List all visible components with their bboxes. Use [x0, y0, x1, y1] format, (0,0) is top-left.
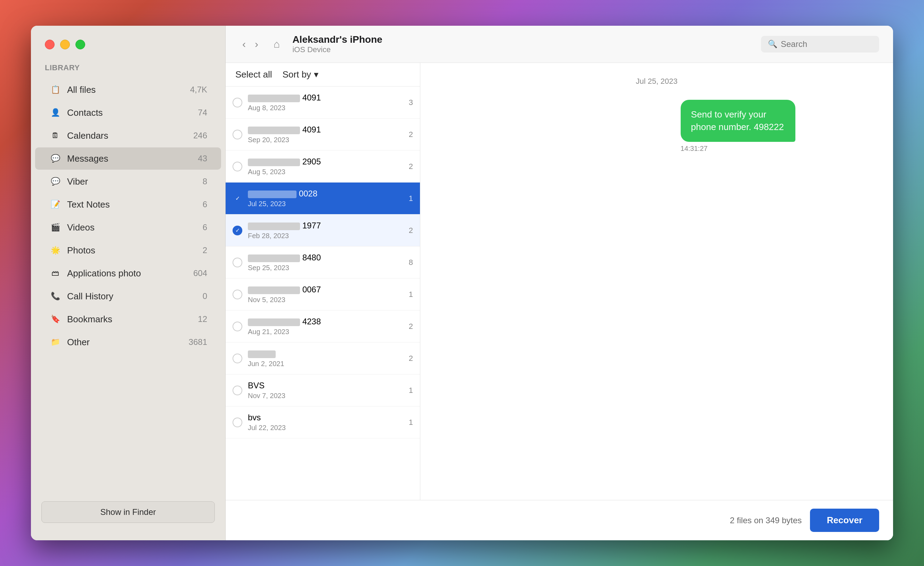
- sidebar-item-calendars[interactable]: 🗓 Calendars 246: [35, 125, 221, 147]
- sidebar-item-text-notes[interactable]: 📝 Text Notes 6: [35, 193, 221, 216]
- device-type: iOS Device: [292, 45, 754, 54]
- calendars-icon: 🗓: [49, 129, 62, 142]
- message-name-msg10: BVS: [248, 381, 403, 390]
- sort-by-button[interactable]: Sort by ▾: [283, 69, 318, 80]
- sidebar-item-count-other: 3681: [189, 337, 207, 347]
- list-item[interactable]: 4238 Aug 21, 2023 2: [226, 311, 420, 342]
- message-item-info-msg9: Jun 2, 2021: [248, 349, 403, 368]
- close-button[interactable]: [45, 40, 55, 50]
- list-toolbar: Select all Sort by ▾: [226, 63, 420, 87]
- list-item[interactable]: 2905 Aug 5, 2023 2: [226, 150, 420, 183]
- message-count-msg9: 2: [409, 354, 413, 363]
- list-item[interactable]: Jun 2, 2021 2: [226, 342, 420, 374]
- list-item[interactable]: 8480 Sep 25, 2023 8: [226, 246, 420, 278]
- message-name-msg8: 4238: [248, 317, 403, 326]
- select-all-button[interactable]: Select all: [236, 69, 272, 80]
- sidebar-item-call-history[interactable]: 📞 Call History 0: [35, 285, 221, 307]
- viber-icon: 💬: [49, 175, 62, 188]
- list-item[interactable]: ✓ 1977 Feb 28, 2023 2: [226, 215, 420, 246]
- checkbox-msg7[interactable]: [232, 290, 242, 299]
- search-icon: 🔍: [768, 40, 777, 49]
- message-item-info-msg10: BVS Nov 7, 2023: [248, 381, 403, 400]
- list-item[interactable]: 4091 Sep 20, 2023 2: [226, 119, 420, 150]
- checkbox-msg3[interactable]: [232, 162, 242, 171]
- sidebar-item-name-videos: Videos: [67, 222, 197, 233]
- sidebar-item-name-text-notes: Text Notes: [67, 199, 197, 210]
- sidebar-item-viber[interactable]: 💬 Viber 8: [35, 170, 221, 193]
- minimize-button[interactable]: [60, 40, 70, 50]
- sidebar-item-count-contacts: 74: [198, 108, 207, 117]
- message-count-msg7: 1: [409, 290, 413, 299]
- bubble-row: Send to verify your phone number. 498222…: [441, 100, 872, 153]
- list-item[interactable]: 4091 Aug 8, 2023 3: [226, 87, 420, 119]
- recover-button[interactable]: Recover: [810, 509, 879, 532]
- checkbox-msg4[interactable]: ✓: [232, 194, 242, 203]
- sidebar-item-name-call-history: Call History: [67, 291, 197, 302]
- other-icon: 📁: [49, 336, 62, 348]
- list-item[interactable]: ✓ 0028 Jul 25, 2023 1: [226, 183, 420, 215]
- sidebar-item-all-files[interactable]: 📋 All files 4,7K: [35, 78, 221, 101]
- message-count-msg4: 1: [409, 194, 413, 203]
- sidebar-item-count-bookmarks: 12: [198, 314, 207, 324]
- sidebar-item-count-viber: 8: [202, 177, 207, 186]
- sidebar-item-photos[interactable]: 🌟 Photos 2: [35, 239, 221, 261]
- sidebar-item-other[interactable]: 📁 Other 3681: [35, 331, 221, 353]
- message-name-msg7: 0067: [248, 285, 403, 294]
- message-item-info-msg1: 4091 Aug 8, 2023: [248, 93, 403, 112]
- all-files-icon: 📋: [49, 83, 62, 96]
- sidebar-item-count-messages: 43: [198, 154, 207, 164]
- sidebar-item-messages[interactable]: 💬 Messages 43: [35, 147, 221, 170]
- checkbox-msg8[interactable]: [232, 321, 242, 331]
- message-name-msg1: 4091: [248, 93, 403, 102]
- sidebar-item-applications-photo[interactable]: 🗃 Applications photo 604: [35, 262, 221, 284]
- chevron-down-icon: ▾: [314, 69, 318, 80]
- call-history-icon: 📞: [49, 290, 62, 302]
- applications-photo-icon: 🗃: [49, 267, 62, 279]
- checkbox-msg1[interactable]: [232, 98, 242, 107]
- message-item-info-msg8: 4238 Aug 21, 2023: [248, 317, 403, 336]
- bubble-time: 14:31:27: [681, 145, 872, 153]
- sidebar-item-count-text-notes: 6: [202, 200, 207, 209]
- maximize-button[interactable]: [75, 40, 85, 50]
- sidebar-item-name-contacts: Contacts: [67, 107, 192, 118]
- sidebar-item-name-viber: Viber: [67, 176, 197, 187]
- sidebar-item-videos[interactable]: 🎬 Videos 6: [35, 216, 221, 239]
- message-name-msg11: bvs: [248, 413, 403, 422]
- sidebar-item-name-calendars: Calendars: [67, 131, 188, 141]
- checkbox-msg6[interactable]: [232, 258, 242, 267]
- list-item[interactable]: 0067 Nov 5, 2023 1: [226, 278, 420, 311]
- message-date-msg3: Aug 5, 2023: [248, 168, 403, 176]
- message-name-msg3: 2905: [248, 157, 403, 167]
- photos-icon: 🌟: [49, 244, 62, 257]
- list-item[interactable]: bvs Jul 22, 2023 1: [226, 407, 420, 438]
- message-date-msg4: Jul 25, 2023: [248, 200, 403, 208]
- sidebar-item-name-other: Other: [67, 337, 183, 348]
- messages-icon: 💬: [49, 152, 62, 165]
- checkbox-msg10[interactable]: [232, 386, 242, 395]
- sidebar-item-name-bookmarks: Bookmarks: [67, 314, 192, 325]
- message-date-msg1: Aug 8, 2023: [248, 104, 403, 112]
- checkbox-msg11[interactable]: [232, 417, 242, 427]
- message-count-msg1: 3: [409, 98, 413, 107]
- sidebar-item-count-videos: 6: [202, 222, 207, 232]
- search-bar[interactable]: 🔍: [761, 36, 879, 53]
- home-icon[interactable]: ⌂: [274, 38, 280, 50]
- back-button[interactable]: ‹: [240, 37, 249, 51]
- sidebar-item-bookmarks[interactable]: 🔖 Bookmarks 12: [35, 308, 221, 330]
- checkbox-msg5[interactable]: ✓: [232, 226, 242, 236]
- sidebar-item-name-applications-photo: Applications photo: [67, 268, 188, 279]
- videos-icon: 🎬: [49, 221, 62, 234]
- message-date-msg5: Feb 28, 2023: [248, 232, 403, 240]
- forward-button[interactable]: ›: [252, 37, 261, 51]
- message-date-msg7: Nov 5, 2023: [248, 296, 403, 304]
- show-in-finder-button[interactable]: Show in Finder: [41, 501, 215, 523]
- message-item-info-msg7: 0067 Nov 5, 2023: [248, 285, 403, 304]
- sidebar-item-contacts[interactable]: 👤 Contacts 74: [35, 102, 221, 124]
- checkbox-msg9[interactable]: [232, 354, 242, 363]
- search-input[interactable]: [781, 39, 872, 49]
- list-item[interactable]: BVS Nov 7, 2023 1: [226, 374, 420, 407]
- sidebar-item-count-all-files: 4,7K: [190, 85, 207, 95]
- message-date-msg8: Aug 21, 2023: [248, 328, 403, 336]
- checkbox-msg2[interactable]: [232, 130, 242, 140]
- device-name: Aleksandr's iPhone: [292, 34, 754, 45]
